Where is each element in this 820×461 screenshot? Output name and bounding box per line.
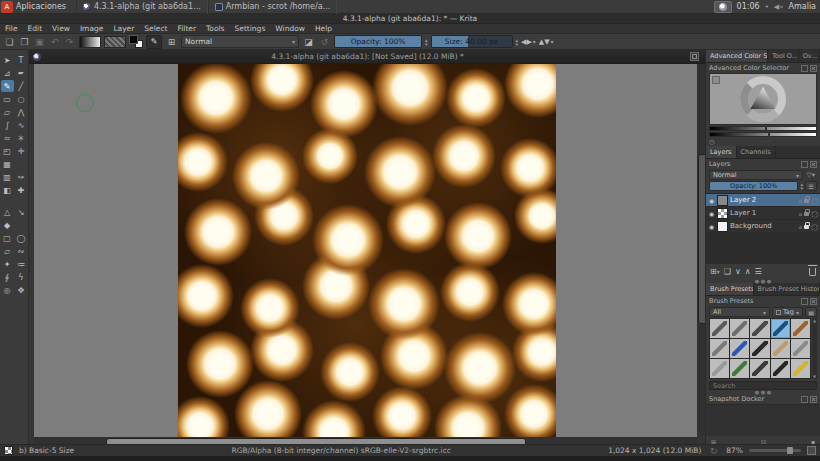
distro-logo-icon[interactable]: A	[1, 1, 13, 13]
layer-view-options-button[interactable]: ☰	[805, 181, 817, 191]
close-docker-icon[interactable]	[810, 65, 817, 72]
menu-select[interactable]: Select	[139, 24, 172, 34]
rectangular-selection-tool[interactable]: ▢	[1, 232, 14, 244]
gradient-chooser[interactable]	[79, 36, 101, 48]
opacity-slider[interactable]: Opacity: 100%	[334, 35, 422, 48]
menu-file[interactable]: File	[0, 24, 23, 34]
layer-lock-icon[interactable]	[804, 199, 809, 203]
canvas-horizontal-scrollbar[interactable]	[34, 437, 697, 444]
brush-preset-status-icon[interactable]	[4, 446, 13, 455]
layer-thumbnail[interactable]	[717, 221, 728, 232]
new-document-icon[interactable]: ❏	[3, 35, 16, 48]
contiguous-selection-tool[interactable]: ✦	[1, 258, 14, 270]
zoom-slider[interactable]	[749, 449, 801, 452]
brush-preset[interactable]	[791, 359, 810, 378]
Layer 1[interactable]: ◉ Layer 1 a ◯	[706, 207, 820, 220]
tab-channels[interactable]: Channels	[737, 146, 776, 158]
save-icon[interactable]: ▣	[33, 35, 46, 48]
current-color-swatch[interactable]	[712, 76, 720, 84]
foreground-background-colors[interactable]	[129, 35, 143, 48]
text-tool[interactable]: T	[15, 54, 28, 66]
close-docker-icon[interactable]	[810, 298, 817, 305]
eraser-mode-button[interactable]: ◪	[302, 35, 315, 48]
layer-style-icon[interactable]: ◯	[811, 197, 818, 204]
layer-style-icon[interactable]: ◯	[811, 223, 818, 230]
dynamic-brush-tool[interactable]: ≈	[1, 132, 14, 144]
line-tool[interactable]: ╱	[15, 80, 28, 92]
advanced-color-selector[interactable]	[709, 73, 817, 125]
layer-thumbnail[interactable]	[717, 195, 728, 206]
open-document-icon[interactable]: ❐	[18, 35, 31, 48]
brush-preset[interactable]	[710, 339, 729, 358]
bezier-curve-tool[interactable]: ∫	[1, 119, 14, 131]
gradient-tool[interactable]: ▥	[1, 171, 14, 183]
tray-krita-icon[interactable]	[714, 1, 732, 13]
zoom-tool[interactable]: ◎	[1, 284, 14, 296]
crop-tool[interactable]: ▦	[1, 158, 14, 170]
mirror-horizontal-button[interactable]: ◀▶▾	[521, 38, 536, 46]
brush-preset[interactable]	[750, 359, 769, 378]
window-title-bar[interactable]: 4.3.1-alpha (git aba6da1): * — Krita	[0, 14, 820, 24]
user-menu[interactable]: Amalia	[788, 2, 816, 11]
layer-style-icon[interactable]: ◯	[811, 210, 818, 217]
Layer 2[interactable]: ◉ Layer 2 a ◯	[706, 194, 820, 207]
elliptical-selection-tool[interactable]: ◯	[15, 232, 28, 244]
move-tool[interactable]: ✛	[15, 145, 28, 157]
polygon-tool[interactable]: ▱	[1, 106, 14, 118]
move-layer-up-button[interactable]: ∧	[745, 267, 751, 276]
brush-preset[interactable]	[750, 319, 769, 338]
move-layer-down-button[interactable]: ∨	[735, 267, 741, 276]
brush-preset[interactable]	[730, 359, 749, 378]
mirror-vertical-button[interactable]: ▲▼▾	[539, 38, 554, 46]
brush-preset-selected[interactable]	[771, 319, 790, 338]
canvas-vertical-scrollbar[interactable]	[697, 64, 705, 437]
brush-preset[interactable]	[791, 339, 810, 358]
brush-preset[interactable]	[730, 339, 749, 358]
opacity-spinner[interactable]: ▴▾	[425, 38, 428, 46]
brush-preset[interactable]	[710, 359, 729, 378]
transform-tool[interactable]: ◰	[1, 145, 14, 157]
brush-size-slider[interactable]: Size: 40.00 px	[431, 35, 513, 48]
polyline-tool[interactable]: ⋀	[15, 106, 28, 118]
clock[interactable]: 01:06	[737, 2, 760, 11]
layer-list-empty-area[interactable]	[706, 233, 820, 263]
multibrush-tool[interactable]: ✳	[15, 132, 28, 144]
layer-visibility-icon[interactable]: ◉	[708, 210, 715, 217]
fill-tool[interactable]: ◆	[1, 219, 14, 231]
delete-layer-button[interactable]	[809, 268, 816, 276]
brush-preset[interactable]	[730, 319, 749, 338]
tray-status-icon[interactable]: •	[765, 3, 769, 11]
undo-icon[interactable]: ↶	[48, 35, 61, 48]
layer-opacity-slider[interactable]: Opacity: 100%	[709, 181, 798, 191]
layer-visibility-icon[interactable]: ◉	[708, 223, 715, 230]
measure-tool[interactable]: ↘	[15, 206, 28, 218]
float-docker-icon[interactable]	[801, 161, 808, 168]
layer-lock-icon[interactable]	[804, 225, 809, 229]
pan-tool[interactable]: ✥	[15, 284, 28, 296]
layer-thumbnail[interactable]	[717, 208, 728, 219]
layer-lock-icon[interactable]	[804, 212, 809, 216]
blending-mode-dropdown[interactable]: Normal▾	[181, 35, 299, 48]
edit-shapes-tool[interactable]: ⊿	[1, 67, 14, 79]
menu-settings[interactable]: Settings	[230, 24, 271, 34]
assistants-tool[interactable]: △	[1, 206, 14, 218]
menu-tools[interactable]: Tools	[201, 24, 229, 34]
color-slider-1[interactable]	[709, 126, 817, 131]
tab-advanced-color-selector[interactable]: Advanced Color S...	[706, 50, 768, 62]
float-docker-icon[interactable]	[801, 396, 808, 403]
inherit-alpha-icon[interactable]: a	[799, 210, 803, 217]
layer-visibility-icon[interactable]: ◉	[708, 197, 715, 204]
reload-preset-button[interactable]: ↺	[318, 35, 331, 48]
menu-layer[interactable]: Layer	[108, 24, 139, 34]
similar-selection-tool[interactable]: ≔	[15, 258, 28, 270]
choose-workspace-button[interactable]: ⊞	[165, 35, 178, 48]
freehand-selection-tool[interactable]: ∾	[15, 245, 28, 257]
color-slider-2[interactable]	[709, 132, 817, 137]
current-brush-preset[interactable]: b) Basic-5 Size	[19, 446, 74, 455]
taskbar-window-krita[interactable]: 4.3.1-alpha (git aba6da1...	[76, 0, 208, 14]
menu-window[interactable]: Window	[270, 24, 310, 34]
close-docker-icon[interactable]	[810, 161, 817, 168]
layer-filter-icon[interactable]: ▽▾	[805, 171, 817, 179]
canvas-image[interactable]	[178, 64, 556, 437]
snapshot-list[interactable]	[706, 404, 820, 436]
